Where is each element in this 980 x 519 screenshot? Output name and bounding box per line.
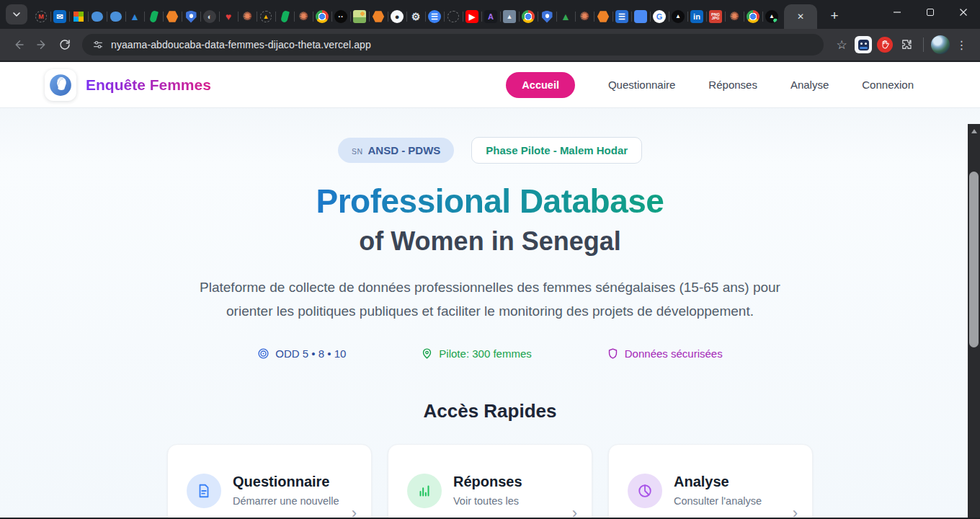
vercel-favicon: ▲	[672, 10, 685, 23]
pinned-tab-burst-1[interactable]: ✺	[238, 4, 257, 29]
tab-close-icon[interactable]: ✕	[797, 12, 804, 22]
site-logo[interactable]	[45, 69, 76, 101]
pinned-tab-microsoft[interactable]	[69, 4, 88, 29]
pinned-tab-cloud-colorful[interactable]	[519, 4, 538, 29]
chevron-right-icon: ›	[572, 504, 577, 518]
pinned-tab-heart[interactable]: ♥	[219, 4, 238, 29]
main-nav: Accueil Questionnaire Réponses Analyse C…	[506, 72, 914, 98]
pinned-tab-chrome-colorful[interactable]	[313, 4, 331, 29]
pinned-tab-hexagon-2[interactable]	[369, 4, 388, 29]
address-bar[interactable]: nyaama-abdoucaba-data-femmes-dijaco-thet…	[82, 34, 824, 56]
chrome-colorful-favicon	[316, 10, 329, 23]
pinned-tab-vercel-deploy[interactable]: ▲	[762, 4, 781, 29]
hexagon-3-favicon	[597, 11, 610, 23]
pinned-tab-gmail[interactable]: M	[32, 4, 50, 29]
png-jpg-favicon: PNG JPG	[709, 10, 722, 23]
window-minimize-button[interactable]	[881, 0, 914, 25]
back-button[interactable]	[7, 33, 30, 56]
pinned-tab-landscape-photo[interactable]	[350, 4, 369, 29]
pinned-tab-youtube[interactable]: ▶	[463, 4, 481, 29]
profile-avatar[interactable]	[930, 34, 951, 56]
window-maximize-button[interactable]	[914, 0, 947, 25]
gmail-favicon: M	[35, 11, 47, 22]
mongodb-2-favicon	[280, 10, 290, 23]
nav-item-questionnaire[interactable]: Questionnaire	[608, 79, 675, 91]
brand-title[interactable]: Enquête Femmes	[86, 76, 211, 94]
burst-3-favicon: ✺	[578, 10, 591, 23]
azure-favicon: ▲	[128, 10, 141, 23]
password-shield-1-favicon	[186, 11, 197, 23]
ansd-badge: SN ANSD - PDWS	[338, 138, 454, 163]
pinned-tab-hexagon-1[interactable]	[163, 4, 182, 29]
pinned-tab-photos-colorful[interactable]	[744, 4, 762, 29]
tab-strip: M✉▲◐♥✺▲✺··●⚙☰▶A▲▲✺☰G▲inPNG JPG✺▲ ✕ +	[0, 0, 980, 29]
extension-ai-icon[interactable]	[852, 34, 874, 56]
drive-dashed-favicon: ▲	[260, 11, 272, 22]
page-scrollbar[interactable]	[968, 124, 980, 518]
pinned-tab-github[interactable]: ●	[388, 4, 406, 29]
pinned-tab-drive-triangle[interactable]: ▲	[556, 4, 575, 29]
scrollbar-thumb[interactable]	[969, 172, 979, 347]
pinned-tab-burst-3[interactable]: ✺	[575, 4, 594, 29]
reload-button[interactable]	[53, 33, 76, 56]
nav-item-analyse[interactable]: Analyse	[790, 79, 829, 91]
pinned-tab-dashed-empty[interactable]	[444, 4, 463, 29]
card-analyse-title: Analyse	[674, 474, 762, 490]
active-tab[interactable]: ✕	[784, 4, 817, 29]
pinned-tab-png-jpg[interactable]: PNG JPG	[706, 4, 725, 29]
pinned-tab-list-circle-blue[interactable]: ☰	[425, 4, 444, 29]
pinned-tab-password-shield-1[interactable]	[182, 4, 200, 29]
nav-item-accueil[interactable]: Accueil	[506, 72, 575, 98]
password-shield-2-favicon	[542, 11, 553, 23]
nav-item-reponses[interactable]: Réponses	[708, 79, 757, 91]
scroll-up-arrow-icon[interactable]	[971, 129, 977, 133]
extensions-puzzle-icon[interactable]	[896, 34, 917, 56]
bookmark-star-icon[interactable]: ☆	[831, 34, 852, 56]
list-circle-blue-favicon: ☰	[428, 10, 441, 23]
pinned-tab-hexagon-3[interactable]	[594, 4, 612, 29]
pinned-tab-whale-1[interactable]	[88, 4, 107, 29]
feature-odd-label: ODD 5 • 8 • 10	[275, 347, 346, 360]
pinned-tab-google[interactable]: G	[650, 4, 669, 29]
arrow-left-icon	[12, 38, 25, 51]
burst-2-favicon: ✺	[297, 10, 310, 23]
pinned-tab-linkedin[interactable]: in	[687, 4, 706, 29]
adblock-icon[interactable]	[874, 34, 896, 56]
browser-menu-icon[interactable]: ⋮	[951, 34, 973, 56]
pinned-tab-mongodb-2[interactable]	[275, 4, 294, 29]
pinned-tab-drive-dashed[interactable]: ▲	[257, 4, 275, 29]
url-text[interactable]: nyaama-abdoucaba-data-femmes-dijaco-thet…	[111, 39, 371, 50]
chevron-right-icon: ›	[793, 504, 798, 518]
nav-item-connexion[interactable]: Connexion	[862, 79, 914, 91]
pinned-tab-tool-white[interactable]: ⚙	[406, 4, 425, 29]
drive-triangle-favicon: ▲	[559, 10, 572, 23]
pinned-tab-burst-4[interactable]: ✺	[725, 4, 744, 29]
globe-dark-favicon: ◐	[203, 10, 216, 23]
pinned-tab-whale-2[interactable]	[107, 4, 125, 29]
new-tab-button[interactable]: +	[824, 6, 845, 26]
pinned-tab-blue-square[interactable]	[631, 4, 650, 29]
pinned-tab-dark-dots[interactable]: ··	[331, 4, 350, 29]
tab-search-caret-button[interactable]	[6, 4, 27, 25]
site-header: Enquête Femmes Accueil Questionnaire Rép…	[0, 62, 980, 108]
pinned-tab-docs-blue[interactable]: ☰	[612, 4, 631, 29]
pinned-tab-azure[interactable]: ▲	[125, 4, 144, 29]
hexagon-2-favicon	[373, 11, 385, 23]
pinned-tab-globe-dark[interactable]: ◐	[200, 4, 219, 29]
pinned-tab-astro[interactable]: A	[481, 4, 500, 29]
pinned-tab-photo-mountains[interactable]: ▲	[500, 4, 519, 29]
pinned-tab-mongodb-1[interactable]	[144, 4, 163, 29]
forward-button[interactable]	[30, 33, 53, 56]
card-analyse[interactable]: Analyse Consulter l'analyse ›	[608, 444, 813, 518]
window-close-button[interactable]	[947, 0, 980, 25]
pinned-tab-vercel[interactable]: ▲	[669, 4, 687, 29]
tool-white-favicon: ⚙	[409, 10, 422, 23]
pinned-tab-outlook[interactable]: ✉	[50, 4, 69, 29]
pinned-tab-password-shield-2[interactable]	[538, 4, 556, 29]
pinned-tab-burst-2[interactable]: ✺	[294, 4, 313, 29]
heart-favicon: ♥	[222, 10, 235, 23]
card-reponses[interactable]: Réponses Voir toutes les ›	[388, 444, 592, 518]
card-questionnaire[interactable]: Questionnaire Démarrer une nouvelle ›	[167, 444, 372, 518]
site-controls-icon[interactable]	[92, 39, 104, 50]
linkedin-favicon: in	[690, 10, 703, 23]
